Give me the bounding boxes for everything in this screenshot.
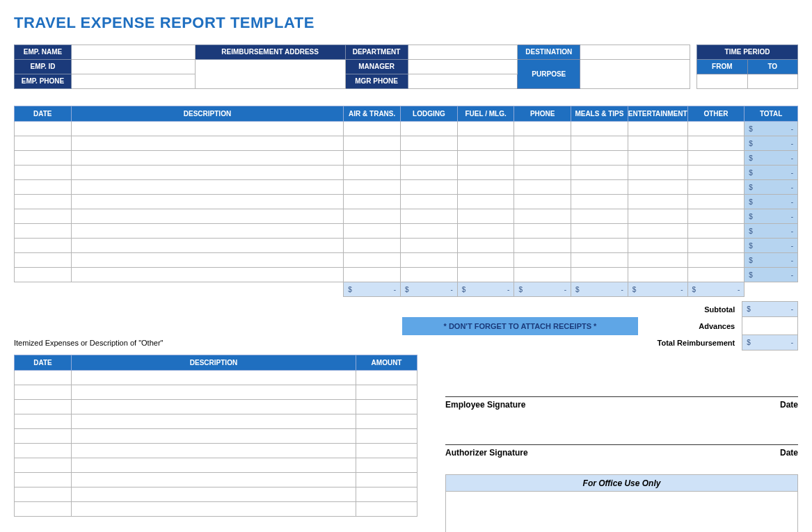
expense-cell[interactable] bbox=[15, 151, 72, 166]
itemized-cell[interactable] bbox=[71, 400, 356, 414]
expense-cell[interactable] bbox=[514, 122, 571, 136]
expense-cell[interactable] bbox=[15, 224, 72, 239]
field-destination[interactable] bbox=[580, 45, 690, 60]
itemized-row[interactable] bbox=[15, 371, 417, 385]
itemized-cell[interactable] bbox=[15, 502, 72, 517]
itemized-cell[interactable] bbox=[356, 371, 417, 385]
expense-row[interactable]: $- bbox=[15, 151, 798, 166]
expense-cell[interactable] bbox=[687, 122, 745, 136]
field-to[interactable] bbox=[747, 74, 797, 89]
itemized-cell[interactable] bbox=[356, 444, 417, 458]
expense-cell[interactable] bbox=[571, 151, 628, 166]
expense-cell[interactable] bbox=[628, 180, 687, 195]
expense-cell[interactable] bbox=[457, 239, 514, 253]
expense-cell[interactable] bbox=[344, 180, 401, 195]
expense-cell[interactable] bbox=[514, 209, 571, 224]
expense-cell[interactable] bbox=[401, 239, 458, 253]
expense-cell[interactable] bbox=[401, 224, 458, 239]
itemized-cell[interactable] bbox=[15, 414, 72, 429]
expense-cell[interactable] bbox=[71, 180, 344, 195]
itemized-cell[interactable] bbox=[15, 458, 72, 473]
field-reimb-addr[interactable] bbox=[195, 60, 345, 89]
expense-cell[interactable] bbox=[687, 136, 745, 151]
expense-cell[interactable] bbox=[687, 195, 745, 209]
expense-cell[interactable] bbox=[344, 268, 401, 282]
expense-cell[interactable] bbox=[514, 136, 571, 151]
office-use-body[interactable] bbox=[446, 492, 797, 532]
expense-cell[interactable] bbox=[628, 209, 687, 224]
expense-cell[interactable] bbox=[628, 253, 687, 268]
itemized-cell[interactable] bbox=[356, 473, 417, 487]
expense-cell[interactable] bbox=[514, 253, 571, 268]
itemized-cell[interactable] bbox=[356, 487, 417, 502]
expense-cell[interactable] bbox=[457, 166, 514, 180]
itemized-cell[interactable] bbox=[356, 458, 417, 473]
expense-cell[interactable] bbox=[344, 122, 401, 136]
expense-cell[interactable] bbox=[457, 224, 514, 239]
expense-row[interactable]: $- bbox=[15, 180, 798, 195]
expense-cell[interactable] bbox=[457, 180, 514, 195]
itemized-cell[interactable] bbox=[71, 487, 356, 502]
expense-cell[interactable] bbox=[15, 136, 72, 151]
expense-cell[interactable] bbox=[71, 122, 344, 136]
expense-cell[interactable] bbox=[457, 136, 514, 151]
expense-cell[interactable] bbox=[401, 136, 458, 151]
expense-cell[interactable] bbox=[457, 122, 514, 136]
expense-cell[interactable] bbox=[344, 209, 401, 224]
expense-row[interactable]: $- bbox=[15, 166, 798, 180]
expense-cell[interactable] bbox=[628, 166, 687, 180]
expense-cell[interactable] bbox=[401, 122, 458, 136]
expense-cell[interactable] bbox=[15, 239, 72, 253]
expense-cell[interactable] bbox=[628, 239, 687, 253]
itemized-row[interactable] bbox=[15, 414, 417, 429]
expense-cell[interactable] bbox=[457, 209, 514, 224]
itemized-row[interactable] bbox=[15, 487, 417, 502]
expense-cell[interactable] bbox=[401, 180, 458, 195]
itemized-cell[interactable] bbox=[15, 473, 72, 487]
expense-cell[interactable] bbox=[687, 180, 745, 195]
expense-row[interactable]: $- bbox=[15, 224, 798, 239]
expense-cell[interactable] bbox=[71, 151, 344, 166]
itemized-cell[interactable] bbox=[15, 385, 72, 400]
expense-cell[interactable] bbox=[687, 151, 745, 166]
itemized-cell[interactable] bbox=[15, 371, 72, 385]
expense-cell[interactable] bbox=[344, 136, 401, 151]
expense-cell[interactable] bbox=[15, 268, 72, 282]
expense-cell[interactable] bbox=[71, 253, 344, 268]
itemized-row[interactable] bbox=[15, 385, 417, 400]
expense-cell[interactable] bbox=[571, 268, 628, 282]
expense-cell[interactable] bbox=[514, 151, 571, 166]
itemized-cell[interactable] bbox=[356, 385, 417, 400]
itemized-cell[interactable] bbox=[15, 400, 72, 414]
expense-cell[interactable] bbox=[344, 151, 401, 166]
expense-cell[interactable] bbox=[571, 239, 628, 253]
field-from[interactable] bbox=[697, 74, 747, 89]
expense-cell[interactable] bbox=[687, 268, 745, 282]
itemized-cell[interactable] bbox=[71, 444, 356, 458]
authorizer-signature-line[interactable]: Authorizer Signature Date bbox=[445, 444, 798, 458]
itemized-cell[interactable] bbox=[71, 458, 356, 473]
expense-cell[interactable] bbox=[71, 195, 344, 209]
expense-cell[interactable] bbox=[571, 166, 628, 180]
expense-cell[interactable] bbox=[514, 180, 571, 195]
expense-row[interactable]: $- bbox=[15, 253, 798, 268]
expense-cell[interactable] bbox=[514, 239, 571, 253]
expense-row[interactable]: $- bbox=[15, 239, 798, 253]
field-emp-id[interactable] bbox=[71, 60, 195, 74]
itemized-cell[interactable] bbox=[356, 414, 417, 429]
expense-row[interactable]: $- bbox=[15, 268, 798, 282]
itemized-row[interactable] bbox=[15, 502, 417, 517]
itemized-cell[interactable] bbox=[15, 429, 72, 444]
expense-cell[interactable] bbox=[628, 151, 687, 166]
expense-cell[interactable] bbox=[15, 195, 72, 209]
field-mgr-phone[interactable] bbox=[408, 74, 518, 89]
expense-cell[interactable] bbox=[457, 268, 514, 282]
itemized-cell[interactable] bbox=[15, 487, 72, 502]
expense-cell[interactable] bbox=[514, 224, 571, 239]
itemized-cell[interactable] bbox=[71, 385, 356, 400]
itemized-cell[interactable] bbox=[71, 429, 356, 444]
expense-cell[interactable] bbox=[401, 253, 458, 268]
itemized-row[interactable] bbox=[15, 458, 417, 473]
expense-cell[interactable] bbox=[687, 166, 745, 180]
expense-cell[interactable] bbox=[344, 166, 401, 180]
